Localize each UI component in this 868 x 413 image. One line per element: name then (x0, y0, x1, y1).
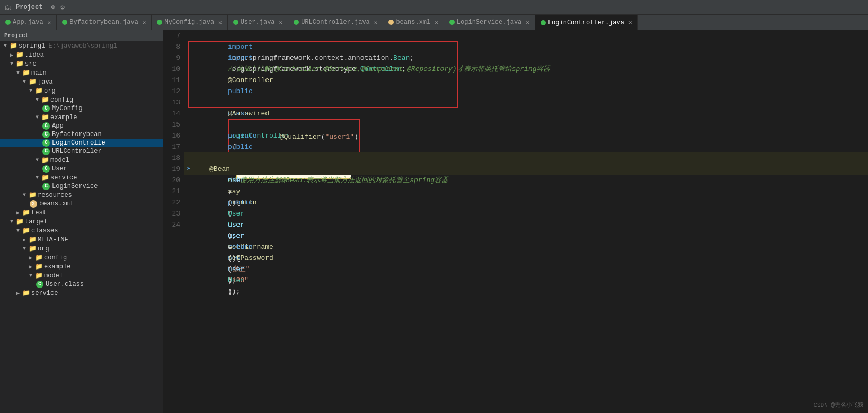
arrow-service2: ▶ (15, 290, 21, 297)
line-num-17: 17 (167, 141, 180, 152)
code-line-24: return user ; (184, 219, 868, 230)
arrow-model2: ▼ (28, 273, 34, 279)
title-bar-icons: ⊕ ⚙ — (51, 3, 74, 12)
line-num-24: 24 (167, 219, 180, 230)
folder-icon-test: 📁 (22, 209, 30, 217)
arrow-org: ▼ (28, 88, 34, 94)
tree-item[interactable]: C LoginService (0, 182, 163, 191)
tab-beansxml[interactable]: beans.xml ✕ (383, 15, 444, 30)
tree-label-service2: service (31, 290, 58, 297)
tree-item-logincontrolle[interactable]: C LoginControlle (0, 139, 163, 147)
arrow-metainf: ▶ (21, 237, 28, 243)
arrow-main: ▼ (15, 70, 21, 76)
tree-item[interactable]: ▶ 📁 example (0, 262, 163, 271)
tree-label-myconfig: MyConfig (52, 105, 83, 112)
tree-item[interactable]: ▼ 📁 model (0, 271, 163, 280)
tab-close-byfactorybean[interactable]: ✕ (143, 19, 146, 26)
arrow-org2: ▼ (21, 246, 28, 252)
tree-label-org2: org (38, 245, 49, 253)
code-line-7: import org.springframework.context.annot… (184, 30, 868, 41)
tab-close-urlcontroller[interactable]: ✕ (374, 19, 378, 26)
line-num-15: 15 (167, 119, 180, 130)
tree-item[interactable]: ▼ 📁 target (0, 217, 163, 226)
tab-app[interactable]: App.java ✕ (0, 15, 57, 30)
line-num-23: 23 (167, 208, 180, 219)
tab-close-loginservice[interactable]: ✕ (526, 19, 529, 26)
tree-item[interactable]: X beans.xml (0, 200, 163, 208)
tree-item[interactable]: ▼ 📁 example (0, 113, 163, 122)
tree-item[interactable]: ▶ 📁 META-INF (0, 235, 163, 244)
file-icon-byfactorybean: C (42, 131, 50, 138)
tab-icon-user (233, 20, 238, 25)
tree-item[interactable]: ▼ 📁 java (0, 77, 163, 86)
line-num-13: 13 (167, 97, 180, 108)
add-icon[interactable]: ⊕ (51, 3, 55, 12)
tree-item[interactable]: ▼ 📁 main (0, 68, 163, 77)
tab-myconfig[interactable]: MyConfig.java ✕ (152, 15, 227, 30)
tab-label-user: User.java (241, 19, 275, 26)
settings-icon[interactable]: ⚙ (60, 3, 65, 12)
tree-item[interactable]: C URLController (0, 147, 163, 156)
tab-close-logincontroller[interactable]: ✕ (628, 19, 632, 26)
file-icon-logincontrolle: C (42, 139, 50, 147)
tab-close-user[interactable]: ✕ (279, 19, 283, 26)
code-line-23: user . setPassword ( "123" ); (184, 208, 868, 219)
tree-item[interactable]: ▼ 📁 classes (0, 226, 163, 235)
tree-item[interactable]: ▼ 📁 model (0, 156, 163, 165)
tab-icon-beansxml (388, 20, 394, 25)
title-bar: 🗂 Project ⊕ ⚙ — (0, 0, 868, 15)
tree-label-loginservice: LoginService (52, 183, 98, 190)
tree-item-service2[interactable]: ▶ 📁 service (0, 289, 163, 298)
tab-byfactorybean[interactable]: Byfactorybean.java ✕ (57, 15, 152, 30)
line-num-18: 18 (167, 152, 180, 164)
tree-item-service[interactable]: ▼ 📁 service (0, 173, 163, 182)
tree-item[interactable]: ▶ 📁 .idea (0, 50, 163, 59)
tree-item[interactable]: C Byfactorybean (0, 130, 163, 139)
arrow-config: ▼ (34, 97, 40, 103)
arrow-spring1: ▼ (2, 43, 8, 49)
file-icon-beansxml: X (30, 200, 37, 208)
tree-item[interactable]: C MyConfig (0, 104, 163, 113)
tree-item[interactable]: C User.class (0, 280, 163, 289)
line-num-12: 12 (167, 86, 180, 97)
tree-label-org: org (44, 87, 56, 95)
tab-close-app[interactable]: ✕ (48, 19, 51, 26)
tab-label-logincontroller: LoginController.java (548, 19, 624, 26)
tree-item[interactable]: ▼ 📁 config (0, 95, 163, 104)
tab-close-myconfig[interactable]: ✕ (218, 19, 222, 26)
tree-item[interactable]: ▼ 📁 org (0, 244, 163, 253)
tree-item[interactable]: ▼ 📁 spring1 E:\javaweb\spring1 (0, 41, 163, 50)
folder-icon-example: 📁 (41, 113, 49, 121)
code-area: 7 8 9 10 11 12 13 14 15 16 17 18 19 20 2… (163, 30, 868, 230)
sidebar: Project ▼ 📁 spring1 E:\javaweb\spring1 ▶… (0, 30, 163, 413)
code-line-14: private User user ; (184, 108, 868, 119)
folder-icon-service2: 📁 (22, 289, 30, 297)
tab-urlcontroller[interactable]: URLController.java ✕ (288, 15, 383, 30)
annotation-bean: @Bean (209, 164, 230, 175)
arrow-target: ▼ (8, 219, 15, 225)
tab-user[interactable]: User.java ✕ (228, 15, 288, 30)
tree-label-userclass: User.class (46, 281, 84, 288)
file-icon-user: C (42, 165, 50, 173)
arrow-example: ▼ (34, 114, 40, 120)
tree-label-service: service (50, 174, 77, 182)
tab-logincontroller[interactable]: LoginController.java ✕ (535, 15, 638, 30)
tree-item[interactable]: ▼ 📁 resources (0, 191, 163, 200)
tree-item[interactable]: ▼ 📁 org (0, 86, 163, 95)
tree-item[interactable]: C User (0, 165, 163, 173)
tab-loginservice[interactable]: LoginService.java ✕ (444, 15, 535, 30)
tab-close-beansxml[interactable]: ✕ (435, 19, 438, 26)
folder-icon-idea: 📁 (16, 51, 24, 59)
tree-item[interactable]: ▶ 📁 test (0, 208, 163, 217)
folder-icon-metainf: 📁 (29, 236, 37, 244)
folder-icon-model2: 📁 (35, 272, 43, 280)
tree-item[interactable]: ▶ 📁 config (0, 253, 163, 262)
watermark: CSDN @无名小飞猿 (813, 401, 864, 409)
code-editor[interactable]: 7 8 9 10 11 12 13 14 15 16 17 18 19 20 2… (163, 30, 868, 413)
folder-icon-spring1: 📁 (10, 42, 17, 50)
tab-label-loginservice: LoginService.java (457, 19, 521, 26)
tree-item[interactable]: C App (0, 122, 163, 130)
tab-icon-loginservice (449, 20, 455, 25)
minimize-icon[interactable]: — (70, 3, 74, 12)
tree-item[interactable]: ▼ 📁 src (0, 59, 163, 68)
